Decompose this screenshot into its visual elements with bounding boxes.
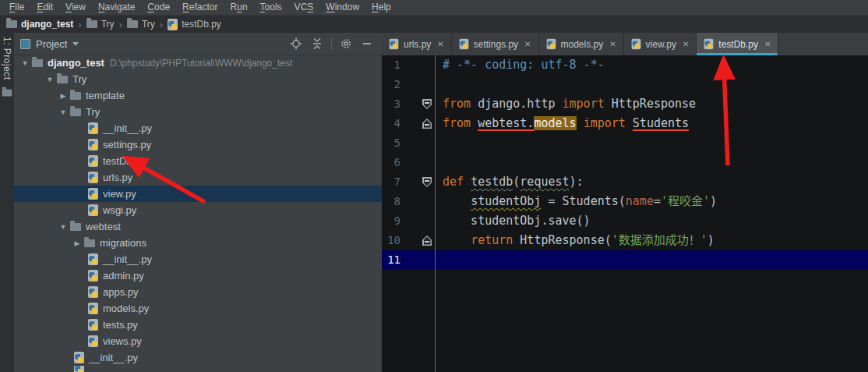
breadcrumb-item-try[interactable]: Try [127,19,155,30]
tree-item-testdb-py[interactable]: testDb.py [14,153,382,169]
tree-item-admin-py[interactable]: admin.py [14,267,382,284]
tree-item-init-py[interactable]: __init__.py [14,120,382,136]
line-number: 3 [382,94,400,114]
line-number: 10 [382,231,400,250]
tree-item-label: testDb.py [103,155,146,167]
breadcrumb-item-try[interactable]: Try [86,19,115,30]
code-text: return HttpResponse('数据添加成功！') [443,231,715,250]
tab-testdb-py[interactable]: testDb.py✕ [697,33,778,55]
chevron-down-icon[interactable]: ▼ [20,59,30,67]
code-text: from django.http import HttpResponse [443,94,696,114]
python-file-icon [88,335,98,347]
line-number: 2 [382,75,400,94]
menu-help[interactable]: Help [365,0,397,15]
close-icon[interactable]: ✕ [764,40,771,48]
chevron-right-icon[interactable]: ▶ [58,92,68,100]
code-line-1[interactable]: 1# -*- coding: utf-8 -*- [382,55,868,75]
python-file-icon [88,253,98,265]
project-tool-window-icon [20,39,30,49]
tab-models-py[interactable]: models.py✕ [539,33,624,55]
menu-tools[interactable]: Tools [254,0,288,15]
folder-icon [6,20,17,28]
chevron-down-icon[interactable]: ▼ [58,108,68,116]
code-line-11[interactable]: 11 [382,250,868,270]
breadcrumb-item-testdb-py[interactable]: testDb.py [168,19,221,30]
menu-window[interactable]: Window [319,0,365,15]
code-line-8[interactable]: 8 studentObj = Students(name='程咬金') [382,192,868,211]
code-line-10[interactable]: 10 return HttpResponse('数据添加成功！') [382,231,868,250]
tool-window-button-project[interactable]: 1: Project [2,37,12,80]
chevron-down-icon[interactable] [72,42,79,46]
code-line-2[interactable]: 2 [382,75,868,94]
tree-item-view-py[interactable]: view.py [14,186,382,202]
tree-item-apps-py[interactable]: apps.py [14,284,382,300]
fold-end-icon[interactable] [422,236,432,246]
code-line-9[interactable]: 9 studentObj.save() [382,211,868,231]
tree-item-settings-py[interactable]: settings.py [14,136,382,153]
collapse-all-icon[interactable] [310,37,324,51]
fold-start-icon[interactable] [422,177,432,187]
menu-code[interactable]: Code [141,0,176,15]
code-line-4[interactable]: 4from webtest.models import Students [382,114,868,133]
tab-label: settings.py [474,39,518,50]
python-file-icon [88,122,98,134]
line-number: 8 [382,192,400,211]
menu-run[interactable]: Run [224,0,254,15]
hide-panel-icon[interactable] [360,37,374,51]
chevron-down-icon[interactable]: ▼ [58,223,68,231]
chevron-down-icon[interactable]: ▼ [45,76,55,83]
close-icon[interactable]: ✕ [683,40,689,48]
tree-item-label: urls.py [103,172,132,183]
close-icon[interactable]: ✕ [524,40,531,48]
pycharm-window: FileEditViewNavigateCodeRefactorRunTools… [0,0,868,372]
tree-item-try[interactable]: ▼Try [14,104,382,120]
code-line-7[interactable]: 7def testdb(request): [382,172,868,192]
menu-edit[interactable]: Edit [30,0,59,15]
code-line-5[interactable]: 5 [382,133,868,153]
menu-refactor[interactable]: Refactor [176,0,224,15]
folder-icon [70,223,81,231]
folder-icon [57,76,68,83]
fold-end-icon[interactable] [422,119,432,129]
fold-start-icon[interactable] [422,99,432,109]
tree-item-views-py[interactable]: views.py [14,333,382,349]
project-panel-title[interactable]: Project [36,38,67,50]
tree-item-tests-py[interactable]: tests.py [14,317,382,333]
menu-navigate[interactable]: Navigate [92,0,141,15]
tree-item-label: views.py [103,335,142,347]
code-line-3[interactable]: 3from django.http import HttpResponse [382,94,868,114]
tree-item-webtest[interactable]: ▼webtest [14,218,382,235]
close-icon[interactable]: ✕ [609,40,616,48]
menu-view[interactable]: View [59,0,92,15]
tree-item-label: Try [72,73,86,85]
folder-icon [127,20,138,28]
line-number: 7 [382,172,400,192]
menu-vcs[interactable]: VCS [288,0,320,15]
breadcrumb-item-django-test[interactable]: django_test [6,19,73,30]
tree-item-models-py[interactable]: models.py [14,300,382,317]
menu-file[interactable]: File [3,0,30,15]
scroll-to-source-icon[interactable] [289,37,303,51]
code-editor[interactable]: 1# -*- coding: utf-8 -*-23from django.ht… [382,55,868,372]
code-line-6[interactable]: 6 [382,153,868,172]
python-file-icon [546,39,556,50]
tab-view-py[interactable]: view.py✕ [624,33,697,55]
tree-item-urls-py[interactable]: urls.py [14,169,382,186]
tree-item-init-py[interactable]: __init__.py [14,251,382,267]
tab-urls-py[interactable]: urls.py✕ [382,33,452,55]
breadcrumb: django_test›Try›Try›testDb.py [0,16,868,34]
tree-item-partial[interactable] [14,366,382,372]
python-file-icon [88,188,98,200]
tab-settings-py[interactable]: settings.py✕ [452,33,539,55]
tree-item-template[interactable]: ▶template [14,87,382,104]
close-icon[interactable]: ✕ [437,40,443,48]
tree-item-init-py[interactable]: __init__.py [14,349,382,366]
tree-item-django-test[interactable]: ▼django_testD:\phpstudy\PHPTutorial\WWW\… [14,55,382,71]
code-text: def testdb(request): [443,172,584,192]
chevron-right-icon[interactable]: ▶ [72,239,82,247]
tree-item-migrations[interactable]: ▶migrations [14,235,382,251]
tree-item-try[interactable]: ▼Try [14,71,382,87]
tree-item-wsgi-py[interactable]: wsgi.py [14,202,382,218]
gear-icon[interactable] [339,37,353,51]
editor-area: urls.py✕settings.py✕models.py✕view.py✕te… [382,33,868,372]
